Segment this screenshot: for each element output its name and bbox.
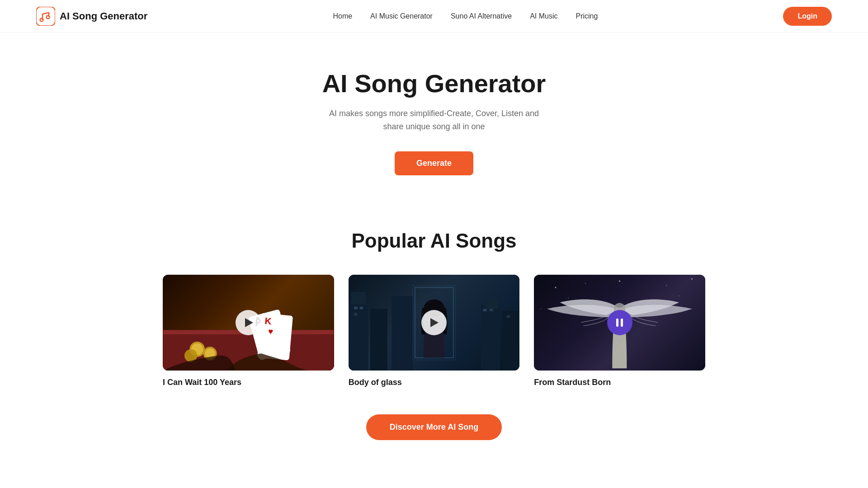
song-thumbnail-2[interactable] [349, 275, 520, 371]
hero-section: AI Song Generator AI makes songs more si… [0, 33, 868, 202]
logo-title: AI Song Generator [60, 10, 147, 22]
pause-bar-left [616, 319, 618, 327]
login-button[interactable]: Login [783, 7, 832, 26]
logo-icon [36, 7, 55, 26]
nav-ai-music-generator[interactable]: AI Music Generator [370, 12, 433, 20]
nav-suno-alternative[interactable]: Suno AI Alternative [451, 12, 512, 20]
song-title-2: Body of glass [349, 378, 402, 387]
svg-rect-0 [36, 7, 55, 26]
songs-grid: A ♠ K ♥ I Can Wait 100 Years [163, 275, 705, 387]
hero-title: AI Song Generator [9, 69, 859, 98]
nav-home[interactable]: Home [333, 12, 352, 20]
pause-bar-right [621, 319, 623, 327]
navbar: AI Song Generator Home AI Music Generato… [0, 0, 868, 33]
song-card-1[interactable]: A ♠ K ♥ I Can Wait 100 Years [163, 275, 334, 387]
logo-area[interactable]: AI Song Generator [36, 7, 147, 26]
generate-button[interactable]: Generate [395, 151, 473, 175]
discover-more-button[interactable]: Discover More AI Song [366, 414, 502, 440]
play-icon-1 [245, 318, 253, 327]
song-card-2[interactable]: Body of glass [349, 275, 520, 387]
song-title-3: From Stardust Born [534, 378, 611, 387]
song-thumbnail-3[interactable] [534, 275, 705, 371]
song-card-3[interactable]: From Stardust Born [534, 275, 705, 387]
pause-overlay-3[interactable] [534, 275, 705, 371]
play-button-2[interactable] [421, 310, 447, 335]
play-button-1[interactable] [236, 310, 261, 335]
nav-links: Home AI Music Generator Suno AI Alternat… [333, 12, 598, 20]
popular-songs-section: Popular AI Songs A [0, 202, 868, 476]
hero-subtitle: AI makes songs more simplified-Create, C… [9, 107, 859, 133]
song-title-1: I Can Wait 100 Years [163, 378, 241, 387]
nav-pricing[interactable]: Pricing [576, 12, 598, 20]
play-overlay-2[interactable] [349, 275, 520, 371]
song-thumbnail-1[interactable]: A ♠ K ♥ [163, 275, 334, 371]
play-overlay-1[interactable] [163, 275, 334, 371]
pause-button-3[interactable] [607, 310, 632, 335]
popular-section-title: Popular AI Songs [36, 230, 832, 252]
nav-ai-music[interactable]: AI Music [530, 12, 557, 20]
play-icon-2 [430, 318, 439, 327]
